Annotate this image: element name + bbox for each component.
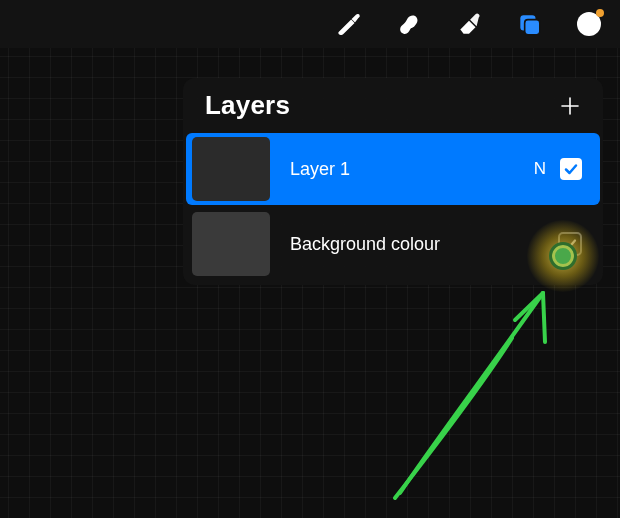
blend-mode-label[interactable]: N: [534, 159, 546, 179]
eraser-icon[interactable]: [456, 11, 482, 37]
add-layer-button[interactable]: [555, 91, 585, 121]
visibility-checkbox[interactable]: [560, 158, 582, 180]
layer-row[interactable]: Layer 1 N: [186, 133, 600, 205]
layer-row-background[interactable]: Background colour: [186, 208, 600, 280]
svg-rect-1: [525, 20, 540, 35]
background-visibility-checkbox[interactable]: [558, 232, 582, 256]
layers-icon[interactable]: [516, 11, 542, 37]
layers-panel-header: Layers: [183, 78, 603, 133]
brush-icon[interactable]: [336, 11, 362, 37]
smudge-icon[interactable]: [396, 11, 422, 37]
layer-name-label: Background colour: [290, 234, 558, 255]
panel-title: Layers: [205, 90, 290, 121]
top-toolbar: [0, 0, 620, 48]
layer-thumbnail[interactable]: [192, 137, 270, 201]
canvas-area[interactable]: Layers Layer 1 N Background colour: [0, 48, 620, 518]
background-thumbnail[interactable]: [192, 212, 270, 276]
layer-name-label: Layer 1: [290, 159, 534, 180]
layers-panel: Layers Layer 1 N Background colour: [183, 78, 603, 285]
color-swatch-icon[interactable]: [576, 11, 602, 37]
